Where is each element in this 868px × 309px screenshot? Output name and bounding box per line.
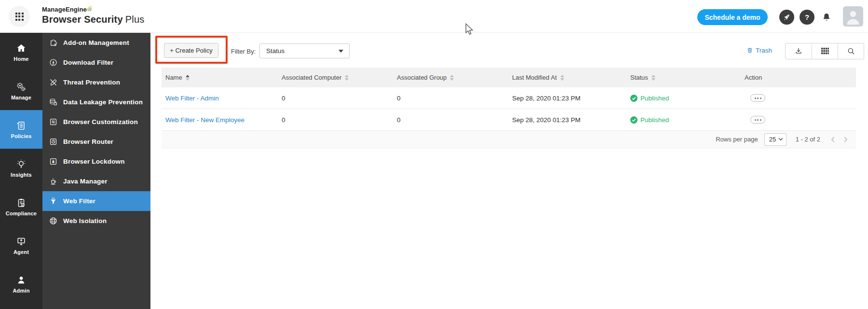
column-header-action: Action (741, 74, 856, 81)
coffee-cup-icon (49, 177, 58, 186)
bell-icon (821, 12, 832, 23)
table-toolbar-buttons (785, 43, 864, 59)
sidebar-item-compliance[interactable]: Compliance (0, 187, 42, 226)
swoosh-icon (86, 5, 93, 14)
last-modified-value: Sep 28, 2020 01:23 PM (508, 95, 626, 102)
submenu-item-java-manager[interactable]: Java Manager (42, 171, 150, 191)
trash-label: Trash (756, 47, 772, 54)
window-lock-icon (49, 157, 58, 166)
submenu-item-data-leakage-prevention[interactable]: Data Leakage Prevention (42, 92, 150, 112)
window-wheel-icon (49, 137, 58, 146)
monitor-upload-icon (16, 236, 27, 247)
user-avatar[interactable] (843, 6, 863, 27)
brand-product-name: Browser Security (42, 14, 123, 25)
associated-computer-value: 0 (278, 116, 393, 124)
submenu-item-browser-lockdown[interactable]: Browser Lockdown (42, 152, 150, 171)
column-header-name[interactable]: Name (162, 74, 278, 81)
table-header-row: Name Associated Computer Associated Grou… (162, 68, 856, 87)
submenu-item-browser-customization[interactable]: Browser Customization (42, 112, 150, 132)
sidebar-item-policies[interactable]: Policies (0, 110, 42, 149)
status-badge: Published (626, 116, 741, 124)
previous-page-button[interactable] (829, 136, 836, 143)
chevron-down-icon (778, 138, 783, 141)
submenu-item-addon-management[interactable]: Add-on Management (42, 33, 150, 53)
table-row: Web Filter - Admin 0 0 Sep 28, 2020 01:2… (162, 87, 856, 109)
dropdown-caret-icon (339, 50, 343, 53)
rows-per-page-select[interactable]: 25 (764, 133, 787, 146)
apps-grid-button[interactable] (9, 6, 30, 27)
filter-status-dropdown[interactable]: Status (259, 43, 350, 58)
sort-icon (186, 75, 190, 81)
person-icon (16, 275, 27, 285)
submenu-item-download-filter[interactable]: Download Filter (42, 53, 150, 72)
pencil-slash-icon (49, 78, 58, 87)
submenu-item-threat-prevention[interactable]: Threat Prevention (42, 72, 150, 92)
trash-link[interactable]: Trash (746, 47, 772, 54)
sidebar-item-home[interactable]: Home (0, 33, 42, 71)
filter-by-label: Filter By: (231, 48, 256, 55)
next-page-button[interactable] (842, 136, 849, 143)
help-button[interactable]: ? (800, 10, 814, 25)
top-header: ManageEngine Browser SecurityPlus Schedu… (0, 0, 868, 33)
table-row: Web Filter - New Employee 0 0 Sep 28, 20… (162, 109, 856, 131)
question-mark-icon: ? (805, 13, 809, 21)
chevron-right-icon (843, 136, 848, 143)
sort-icon (560, 75, 564, 81)
submenu-item-browser-router[interactable]: Browser Router (42, 132, 150, 152)
sort-icon (651, 75, 655, 81)
sidebar-item-manage[interactable]: Manage (0, 71, 42, 110)
trash-icon (746, 47, 753, 54)
sort-icon (345, 75, 349, 81)
pagination-bar: Rows per page 25 1 - 2 of 2 (162, 131, 856, 148)
scroll-icon (16, 120, 27, 131)
create-policy-button[interactable]: + Create Policy (164, 43, 218, 58)
check-circle-icon (630, 95, 637, 102)
window-sliders-icon (49, 117, 58, 126)
export-button[interactable] (786, 43, 812, 59)
column-header-associated-group[interactable]: Associated Group (393, 74, 508, 81)
filter-selected-value: Status (260, 47, 339, 55)
check-circle-icon (630, 116, 637, 124)
browser-security-plus-app: ManageEngine Browser SecurityPlus Schedu… (0, 0, 868, 309)
submenu-item-web-filter[interactable]: Web Filter (42, 191, 150, 211)
policy-name-link[interactable]: Web Filter - Admin (165, 95, 219, 102)
submenu-item-web-isolation[interactable]: Web Isolation (42, 211, 150, 231)
brand-logo: ManageEngine Browser SecurityPlus (42, 5, 144, 25)
sidebar-item-agent[interactable]: Agent (0, 226, 42, 265)
policies-table: Name Associated Computer Associated Grou… (162, 68, 856, 148)
globe-icon (49, 216, 58, 225)
clipboard-check-icon (16, 197, 27, 208)
brand-manageengine: ManageEngine (42, 6, 87, 13)
status-badge: Published (626, 95, 741, 102)
search-icon (847, 47, 855, 56)
apps-grid-icon (15, 13, 24, 21)
download-icon (794, 47, 803, 56)
sidebar-item-insights[interactable]: Insights (0, 149, 42, 187)
main-content: + Create Policy Filter By: Status Trash (150, 33, 868, 309)
primary-sidebar: Home Manage Policies Insights Compliance… (0, 33, 42, 309)
sidebar-item-admin[interactable]: Admin (0, 265, 42, 303)
associated-group-value: 0 (393, 95, 508, 102)
row-actions-button[interactable] (750, 116, 765, 124)
associated-group-value: 0 (393, 116, 508, 124)
column-view-button[interactable] (812, 43, 838, 59)
column-header-last-modified[interactable]: Last Modified At (508, 74, 626, 81)
policy-name-link[interactable]: Web Filter - New Employee (165, 116, 244, 124)
rows-per-page-label: Rows per page (716, 136, 758, 143)
associated-computer-value: 0 (278, 95, 393, 102)
policies-submenu: Add-on Management Download Filter Threat… (42, 33, 150, 309)
row-actions-button[interactable] (750, 94, 765, 102)
whats-new-button[interactable] (779, 10, 794, 25)
schedule-demo-button[interactable]: Schedule a demo (697, 9, 768, 25)
avatar-person-icon (843, 6, 863, 27)
last-modified-value: Sep 28, 2020 01:23 PM (508, 116, 626, 124)
notifications-button[interactable] (820, 10, 833, 25)
column-header-status[interactable]: Status (626, 74, 741, 81)
home-icon (16, 43, 27, 54)
column-header-associated-computer[interactable]: Associated Computer (278, 74, 393, 81)
search-button[interactable] (838, 43, 864, 59)
puzzle-icon (49, 38, 58, 47)
table-grid-icon (821, 47, 829, 55)
download-circle-icon (49, 58, 58, 67)
rocket-icon (783, 13, 791, 21)
